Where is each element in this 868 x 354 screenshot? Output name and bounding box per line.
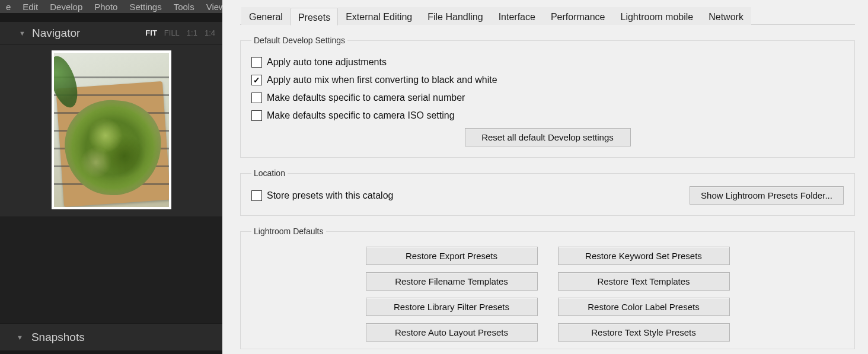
navigator-zoom-controls: FIT FILL 1:1 1:4 (145, 28, 215, 37)
navigator-thumbnail[interactable] (52, 50, 171, 209)
menu-item[interactable]: Settings (123, 2, 167, 12)
disclosure-triangle-icon[interactable]: ▼ (19, 30, 25, 37)
tab-network[interactable]: Network (701, 7, 751, 25)
restore-auto-layout-presets-button[interactable]: Restore Auto Layout Presets (366, 323, 538, 342)
tab-interface[interactable]: Interface (491, 7, 543, 25)
restore-keyword-set-presets-button[interactable]: Restore Keyword Set Presets (558, 247, 730, 265)
checkbox-row: Make defaults specific to camera ISO set… (251, 110, 844, 121)
checkbox-label: Apply auto mix when first converting to … (267, 75, 497, 85)
checkbox-label: Make defaults specific to camera serial … (267, 93, 465, 103)
zoom-1-1[interactable]: 1:1 (187, 28, 197, 37)
zoom-fit[interactable]: FIT (145, 28, 157, 37)
show-presets-folder-button[interactable]: Show Lightroom Presets Folder... (690, 186, 844, 205)
preferences-tabs: General Presets External Editing File Ha… (240, 7, 855, 25)
preferences-dialog: General Presets External Editing File Ha… (222, 0, 868, 354)
navigator-title: Navigator (32, 27, 80, 40)
tab-lightroom-mobile[interactable]: Lightroom mobile (612, 7, 701, 25)
checkbox-auto-tone[interactable] (251, 57, 262, 68)
tab-general[interactable]: General (241, 7, 291, 25)
menu-item[interactable]: Tools (168, 2, 200, 12)
menu-item[interactable]: e (0, 2, 17, 12)
checkbox-row: Apply auto tone adjustments (251, 57, 844, 68)
restore-filename-templates-button[interactable]: Restore Filename Templates (366, 272, 538, 291)
group-legend: Lightroom Defaults (251, 227, 326, 236)
group-legend: Default Develop Settings (251, 36, 347, 45)
snapshots-title: Snapshots (31, 331, 85, 344)
restore-library-filter-presets-button[interactable]: Restore Library Filter Presets (366, 298, 538, 316)
default-develop-settings-group: Default Develop Settings Apply auto tone… (240, 36, 855, 158)
panel-gap (0, 216, 222, 323)
tab-presets[interactable]: Presets (291, 8, 338, 25)
checkbox-row: Apply auto mix when first converting to … (251, 75, 844, 85)
lightroom-defaults-group: Lightroom Defaults Restore Export Preset… (240, 227, 855, 349)
menu-item[interactable]: Edit (17, 2, 44, 12)
checkbox-camera-serial[interactable] (251, 93, 262, 103)
checkbox-store-presets-catalog[interactable] (251, 190, 262, 201)
restore-text-templates-button[interactable]: Restore Text Templates (558, 272, 730, 291)
snapshots-header[interactable]: ▼ Snapshots (0, 323, 222, 350)
group-legend: Location (251, 168, 288, 178)
checkbox-label: Store presets with this catalog (267, 190, 393, 201)
checkbox-auto-mix-bw[interactable] (251, 75, 262, 85)
reset-develop-defaults-button[interactable]: Reset all default Develop settings (465, 128, 631, 146)
restore-export-presets-button[interactable]: Restore Export Presets (366, 247, 538, 265)
navigator-thumbnail-area (0, 44, 222, 216)
checkbox-label: Apply auto tone adjustments (267, 57, 387, 68)
checkbox-label: Make defaults specific to camera ISO set… (267, 110, 455, 121)
checkbox-row: Make defaults specific to camera serial … (251, 93, 844, 103)
zoom-fill[interactable]: FILL (164, 28, 180, 37)
restore-color-label-presets-button[interactable]: Restore Color Label Presets (558, 298, 730, 316)
checkbox-row: Store presets with this catalog (251, 190, 393, 201)
zoom-1-4[interactable]: 1:4 (205, 28, 215, 37)
menu-item[interactable]: Photo (88, 2, 123, 12)
restore-text-style-presets-button[interactable]: Restore Text Style Presets (558, 323, 730, 342)
disclosure-triangle-icon[interactable]: ▼ (17, 334, 23, 341)
location-group: Location Store presets with this catalog… (240, 168, 855, 216)
left-panel: ▼ Navigator FIT FILL 1:1 1:4 ▼ Snapsh (0, 13, 222, 354)
tab-external-editing[interactable]: External Editing (338, 7, 420, 25)
navigator-header[interactable]: ▼ Navigator FIT FILL 1:1 1:4 (0, 21, 222, 44)
checkbox-camera-iso[interactable] (251, 110, 262, 121)
menu-item[interactable]: Develop (44, 2, 88, 12)
tab-file-handling[interactable]: File Handling (420, 7, 490, 25)
tab-performance[interactable]: Performance (543, 7, 613, 25)
app-menubar: e Edit Develop Photo Settings Tools View (0, 0, 222, 13)
